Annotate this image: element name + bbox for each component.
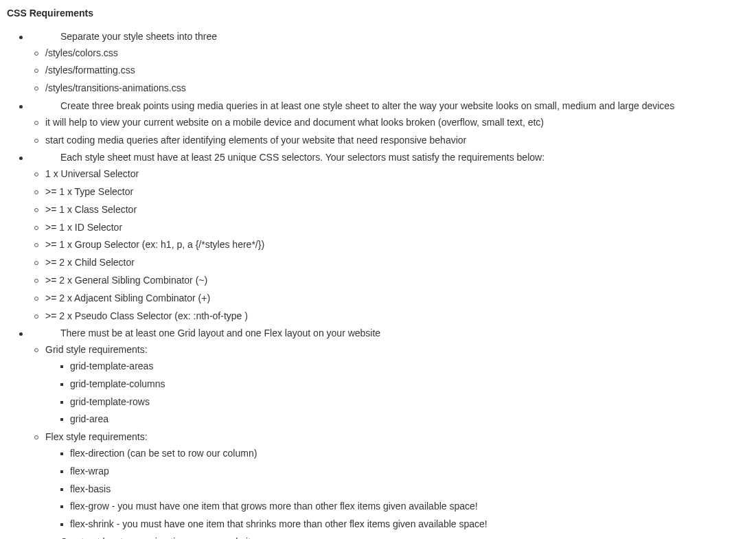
req-text: Create at least one animation on your we… xyxy=(60,536,256,539)
req-breakpoints: Create three break points using media qu… xyxy=(7,98,749,148)
sel-group: >= 1 x Group Selector (ex: h1, p, a {/*s… xyxy=(33,237,749,253)
stylesheet-files-list: /styles/colors.css /styles/formatting.cs… xyxy=(33,45,749,97)
flex-props-list: flex-direction (can be set to row our co… xyxy=(59,446,749,533)
req-text: Each style sheet must have at least 25 u… xyxy=(60,152,545,163)
file-formatting: /styles/formatting.css xyxy=(33,62,749,79)
req-text: There must be at least one Grid layout a… xyxy=(60,328,380,339)
req-selectors: Each style sheet must have at least 25 u… xyxy=(7,150,749,324)
sel-class: >= 1 x Class Selector xyxy=(33,202,749,218)
grid-template-rows: grid-template-rows xyxy=(59,394,749,411)
sel-id: >= 1 x ID Selector xyxy=(33,220,749,236)
req-layouts: There must be at least one Grid layout a… xyxy=(7,325,749,533)
selectors-list: 1 x Universal Selector >= 1 x Type Selec… xyxy=(33,166,749,324)
sel-adjacent-sibling: >= 2 x Adjacent Sibling Combinator (+) xyxy=(33,290,749,307)
flex-requirements: Flex style requirements: flex-direction … xyxy=(33,429,749,533)
sel-child: >= 2 x Child Selector xyxy=(33,255,749,271)
sel-general-sibling: >= 2 x General Sibling Combinator (~) xyxy=(33,273,749,289)
grid-area: grid-area xyxy=(59,411,749,428)
flex-shrink: flex-shrink - you must have one item tha… xyxy=(59,516,749,533)
layouts-list: Grid style requirements: grid-template-a… xyxy=(33,342,749,533)
sel-type: >= 1 x Type Selector xyxy=(33,184,749,200)
file-transitions: /styles/transitions-animations.css xyxy=(33,80,749,97)
grid-template-columns: grid-template-columns xyxy=(59,376,749,393)
sel-universal: 1 x Universal Selector xyxy=(33,166,749,183)
requirements-list: Separate your style sheets into three /s… xyxy=(7,29,749,539)
grid-props-list: grid-template-areas grid-template-column… xyxy=(59,358,749,428)
section-heading: CSS Requirements xyxy=(7,5,749,22)
flex-label: Flex style requirements: xyxy=(45,431,148,442)
flex-grow: flex-grow - you must have one item that … xyxy=(59,498,749,515)
breakpoint-tip-mobile: it will help to view your current websit… xyxy=(33,115,749,131)
flex-wrap: flex-wrap xyxy=(59,463,749,480)
grid-requirements: Grid style requirements: grid-template-a… xyxy=(33,342,749,428)
req-text: Separate your style sheets into three xyxy=(60,31,217,42)
req-text: Create three break points using media qu… xyxy=(60,100,674,111)
file-colors: /styles/colors.css xyxy=(33,45,749,62)
breakpoints-sub-list: it will help to view your current websit… xyxy=(33,115,749,149)
grid-label: Grid style requirements: xyxy=(45,344,148,355)
sel-pseudo-class: >= 2 x Pseudo Class Selector (ex: :nth-o… xyxy=(33,308,749,325)
flex-direction: flex-direction (can be set to row our co… xyxy=(59,446,749,462)
flex-basis: flex-basis xyxy=(59,481,749,498)
req-separate-stylesheets: Separate your style sheets into three /s… xyxy=(7,29,749,97)
req-animation: Create at least one animation on your we… xyxy=(7,534,749,539)
breakpoint-tip-identify: start coding media queries after identif… xyxy=(33,133,749,149)
grid-template-areas: grid-template-areas xyxy=(59,358,749,375)
